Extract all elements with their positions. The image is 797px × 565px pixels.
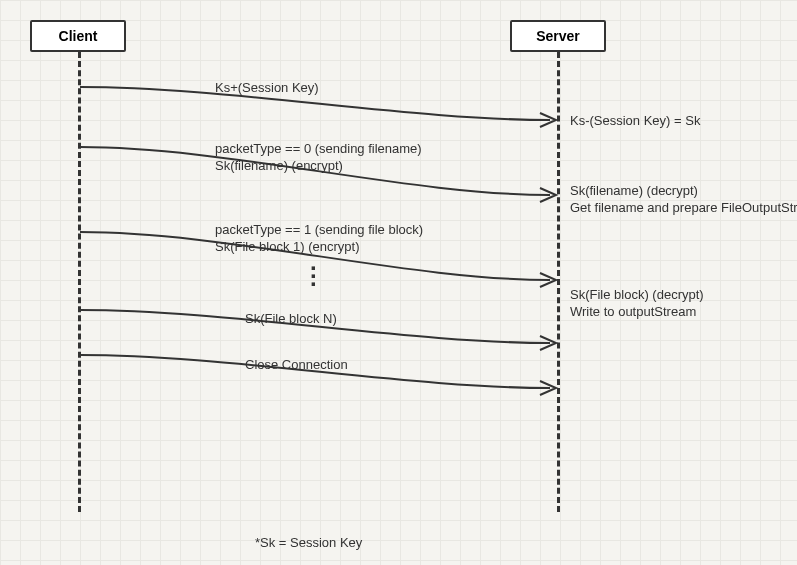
msg5-label: Close Connection [245,357,348,372]
actor-server-label: Server [536,28,580,44]
actor-client: Client [30,20,126,52]
actor-server: Server [510,20,606,52]
msg2b-label: Sk(filename) (encrypt) [215,158,343,173]
note1: Ks-(Session Key) = Sk [570,113,700,128]
footnote: *Sk = Session Key [255,535,362,550]
note3b: Write to outputStream [570,304,696,319]
msg2a-label: packetType == 0 (sending filename) [215,141,422,156]
msg3a-label: packetType == 1 (sending file block) [215,222,423,237]
msg4-label: Sk(File block N) [245,311,337,326]
actor-client-label: Client [59,28,98,44]
msg1-label: Ks+(Session Key) [215,80,319,95]
msg3b-label: Sk(File block 1) (encrypt) [215,239,359,254]
note2b: Get filename and prepare FileOutputStrea… [570,200,797,215]
vertical-ellipsis: ... [310,258,317,282]
note3a: Sk(File block) (decrypt) [570,287,704,302]
note2a: Sk(filename) (decrypt) [570,183,698,198]
